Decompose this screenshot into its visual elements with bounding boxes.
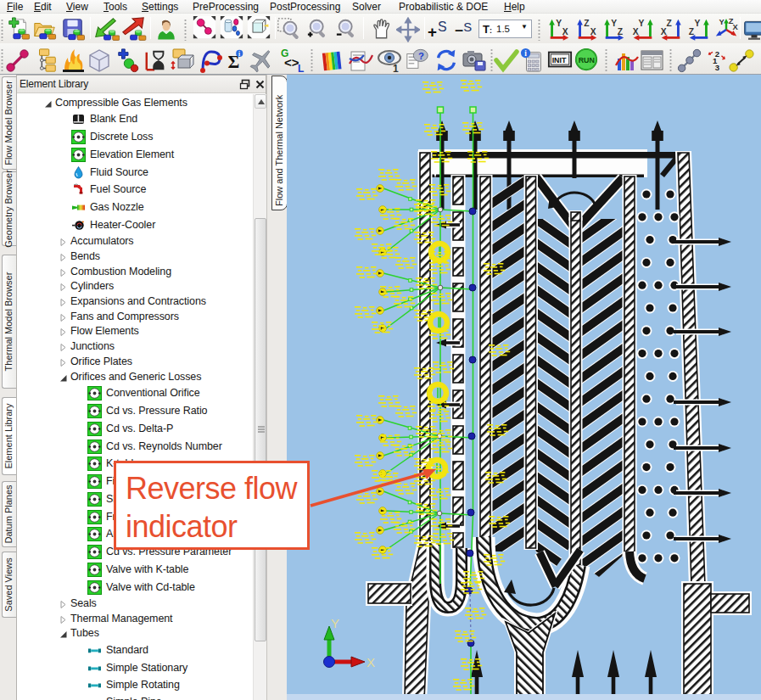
svg-text:i: i	[524, 49, 527, 58]
svg-text:Z: Z	[584, 19, 589, 28]
svg-text:Z: Z	[618, 27, 623, 36]
svg-text:Y: Y	[331, 616, 339, 630]
svg-text:Z: Z	[689, 27, 694, 36]
svg-text:i: i	[238, 50, 240, 58]
svg-text:L: L	[298, 63, 304, 74]
svg-text:S: S	[438, 20, 447, 34]
svg-text:S: S	[463, 20, 472, 34]
svg-text:X: X	[367, 655, 375, 669]
svg-text:Y: Y	[556, 19, 562, 28]
svg-text:RUN: RUN	[579, 56, 595, 64]
svg-text:X: X	[733, 23, 739, 31]
svg-text:−: −	[455, 22, 463, 39]
svg-text:3: 3	[715, 63, 719, 72]
svg-text:Z: Z	[666, 19, 671, 28]
svg-text:X: X	[661, 27, 667, 36]
svg-text:?: ?	[418, 51, 424, 61]
svg-text:Y: Y	[638, 19, 644, 28]
svg-text:1: 1	[393, 63, 399, 74]
svg-text:Y: Y	[719, 18, 725, 26]
svg-text:X: X	[633, 27, 639, 36]
svg-text:+: +	[428, 23, 437, 41]
svg-text:Y: Y	[611, 19, 617, 28]
svg-text:Y: Y	[694, 19, 700, 28]
svg-text:INIT: INIT	[552, 56, 567, 64]
svg-text:X: X	[590, 27, 596, 36]
svg-text:X: X	[562, 27, 568, 36]
